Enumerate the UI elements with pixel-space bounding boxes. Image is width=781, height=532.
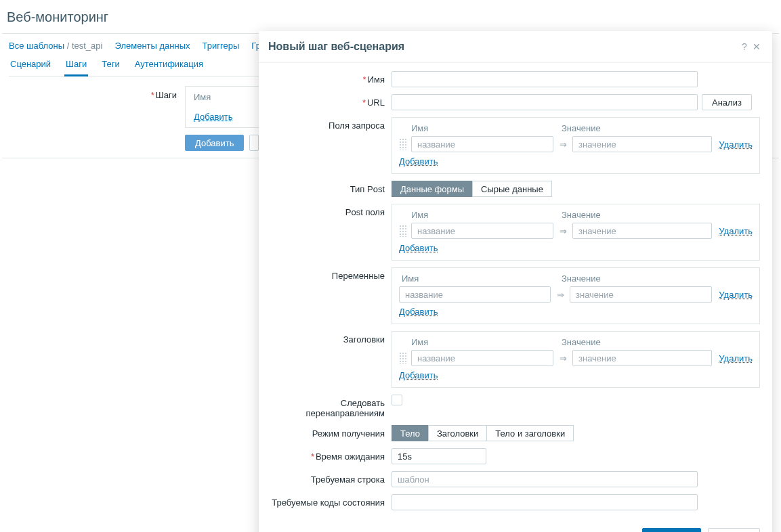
kv-add-link[interactable]: Добавить xyxy=(399,307,438,317)
name-input[interactable] xyxy=(392,71,698,87)
kv-name-header: Имя xyxy=(399,123,553,133)
dialog-title: Новый шаг веб-сценария xyxy=(268,41,738,53)
retrieve-mode-label: Режим получения xyxy=(271,425,392,441)
dialog-overlay: Новый шаг веб-сценария ? ✕ *Имя *URL Ана… xyxy=(0,0,781,532)
status-codes-label: Требуемые коды состояния xyxy=(271,494,392,510)
dialog-add-button[interactable]: Добавить xyxy=(642,528,701,532)
kv-value-input[interactable] xyxy=(572,136,712,152)
kv-delete-link[interactable]: Удалить xyxy=(719,290,753,300)
status-codes-input[interactable] xyxy=(392,494,698,510)
kv-add-link[interactable]: Добавить xyxy=(399,243,438,253)
kv-delete-link[interactable]: Удалить xyxy=(719,353,753,363)
post-box: Имя Значение ⇒ Удалить Добавить xyxy=(392,204,760,261)
analyze-button[interactable]: Анализ xyxy=(702,94,752,110)
drag-icon[interactable] xyxy=(399,225,407,237)
retrieve-mode-group: Тело Заголовки Тело и заголовки xyxy=(392,425,574,441)
dialog-footer: Добавить Отмена xyxy=(259,520,772,532)
dialog-body: *Имя *URL Анализ Поля запроса Имя Знач xyxy=(259,63,772,520)
follow-redirects-label: Следовать перенаправлениям xyxy=(271,395,392,418)
kv-row: ⇒ Удалить xyxy=(399,136,753,152)
retrieve-headers-btn[interactable]: Заголовки xyxy=(428,425,486,441)
required-string-label: Требуемая строка xyxy=(271,471,392,487)
follow-redirects-checkbox[interactable] xyxy=(392,395,402,405)
kv-row: ⇒ Удалить xyxy=(399,350,753,366)
kv-row: ⇒ Удалить xyxy=(399,223,753,239)
kv-name-input[interactable] xyxy=(411,136,553,152)
variables-label: Переменные xyxy=(271,267,392,324)
kv-name-input[interactable] xyxy=(411,223,553,239)
kv-name-input[interactable] xyxy=(399,286,551,303)
query-box: Имя Значение ⇒ Удалить Добавить xyxy=(392,117,760,174)
post-type-group: Данные формы Сырые данные xyxy=(392,181,552,197)
kv-delete-link[interactable]: Удалить xyxy=(719,226,753,236)
dialog-cancel-button[interactable]: Отмена xyxy=(708,528,760,532)
kv-value-input[interactable] xyxy=(570,286,712,303)
headers-label: Заголовки xyxy=(271,331,392,388)
timeout-input[interactable] xyxy=(392,448,486,464)
required-string-input[interactable] xyxy=(392,471,698,487)
arrow-icon: ⇒ xyxy=(555,290,566,300)
post-fields-label: Post поля xyxy=(271,204,392,261)
headers-box: Имя Значение ⇒ Удалить Добавить xyxy=(392,331,760,388)
retrieve-both-btn[interactable]: Тело и заголовки xyxy=(486,425,574,441)
arrow-icon: ⇒ xyxy=(557,226,568,236)
close-icon[interactable]: ✕ xyxy=(751,41,763,52)
kv-value-header: Значение xyxy=(553,123,753,133)
help-icon[interactable]: ? xyxy=(738,41,751,52)
dialog-header: Новый шаг веб-сценария ? ✕ xyxy=(259,31,772,63)
post-type-form-btn[interactable]: Данные формы xyxy=(392,181,472,197)
url-input[interactable] xyxy=(392,94,698,110)
kv-value-input[interactable] xyxy=(572,223,712,239)
timeout-label: Время ожидания xyxy=(316,451,385,462)
kv-name-input[interactable] xyxy=(411,350,553,366)
dialog: Новый шаг веб-сценария ? ✕ *Имя *URL Ана… xyxy=(259,31,772,532)
post-type-raw-btn[interactable]: Сырые данные xyxy=(472,181,552,197)
name-label: Имя xyxy=(368,74,385,85)
kv-delete-link[interactable]: Удалить xyxy=(719,139,753,150)
retrieve-body-btn[interactable]: Тело xyxy=(392,425,428,441)
post-type-label: Тип Post xyxy=(271,181,392,197)
variables-box: Имя Значение ⇒ Удалить Добавить xyxy=(392,267,760,324)
kv-value-input[interactable] xyxy=(572,350,712,366)
kv-add-link[interactable]: Добавить xyxy=(399,370,438,380)
query-label: Поля запроса xyxy=(271,117,392,174)
drag-icon[interactable] xyxy=(399,352,407,364)
kv-row: ⇒ Удалить xyxy=(399,286,753,303)
url-label: URL xyxy=(367,97,385,108)
kv-add-link[interactable]: Добавить xyxy=(399,156,438,167)
arrow-icon: ⇒ xyxy=(557,139,568,150)
drag-icon[interactable] xyxy=(399,138,407,150)
arrow-icon: ⇒ xyxy=(557,353,568,363)
